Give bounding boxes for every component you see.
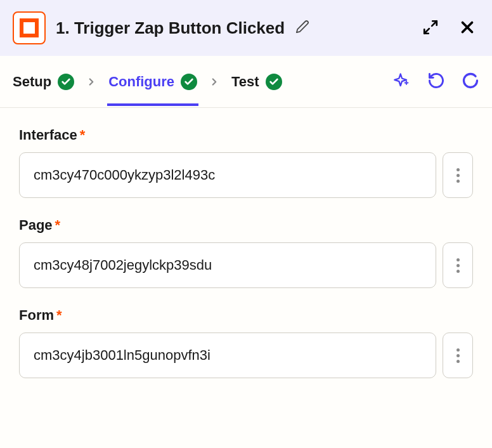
check-icon [58, 74, 74, 90]
tab-setup-label: Setup [13, 74, 51, 90]
tab-setup[interactable]: Setup [13, 58, 74, 106]
check-icon [181, 74, 197, 90]
field-interface: Interface* [19, 127, 473, 198]
field-form-label: Form* [19, 307, 473, 324]
label-text: Interface [19, 127, 77, 143]
undo-button[interactable] [427, 72, 445, 91]
more-vertical-icon [456, 270, 460, 273]
close-button[interactable] [455, 15, 479, 41]
tabs-row: Setup Configure Test [0, 56, 492, 108]
tab-configure-label: Configure [108, 74, 174, 90]
modal-header: 1. Trigger Zap Button Clicked [0, 0, 492, 56]
form-input[interactable] [19, 333, 436, 378]
more-vertical-icon [456, 174, 460, 177]
edit-icon[interactable] [295, 20, 309, 34]
expand-icon [422, 19, 439, 37]
expand-button[interactable] [420, 16, 441, 40]
svg-point-4 [464, 74, 477, 88]
label-text: Form [19, 307, 54, 323]
header-actions [420, 15, 479, 41]
tab-group: Setup Configure Test [13, 58, 282, 106]
page-input[interactable] [19, 242, 436, 288]
required-asterisk: * [56, 307, 62, 323]
chevron-right-icon [209, 76, 220, 88]
page-title: 1. Trigger Zap Button Clicked [56, 18, 420, 38]
field-row [19, 152, 473, 198]
label-text: Page [19, 217, 53, 233]
refresh-button[interactable] [462, 72, 479, 91]
tab-actions [393, 72, 479, 91]
more-vertical-icon [456, 348, 460, 352]
tab-test[interactable]: Test [231, 58, 282, 106]
interface-more-button[interactable] [443, 152, 473, 198]
form-more-button[interactable] [443, 333, 473, 378]
field-row [19, 242, 473, 288]
title-text: 1. Trigger Zap Button Clicked [56, 18, 285, 37]
field-page-label: Page* [19, 217, 473, 234]
more-vertical-icon [456, 264, 460, 267]
interface-input[interactable] [19, 152, 436, 198]
required-asterisk: * [80, 127, 86, 143]
form-area: Interface* Page* Form* [0, 108, 492, 416]
more-vertical-icon [456, 258, 460, 261]
tab-test-label: Test [231, 74, 259, 90]
field-row [19, 333, 473, 378]
field-interface-label: Interface* [19, 127, 473, 143]
more-vertical-icon [456, 354, 460, 357]
required-asterisk: * [55, 217, 61, 233]
sparkle-icon [393, 72, 411, 91]
app-icon [13, 11, 46, 44]
more-vertical-icon [456, 168, 460, 171]
circle-icon [462, 72, 479, 91]
tab-configure[interactable]: Configure [108, 58, 197, 106]
check-icon [266, 74, 282, 90]
close-icon [458, 18, 477, 39]
field-form: Form* [19, 307, 473, 378]
more-vertical-icon [456, 360, 460, 363]
page-more-button[interactable] [443, 242, 473, 288]
ai-sparkle-button[interactable] [393, 72, 411, 91]
more-vertical-icon [456, 180, 460, 183]
chevron-right-icon [86, 76, 97, 88]
field-page: Page* [19, 217, 473, 288]
undo-icon [427, 72, 445, 91]
